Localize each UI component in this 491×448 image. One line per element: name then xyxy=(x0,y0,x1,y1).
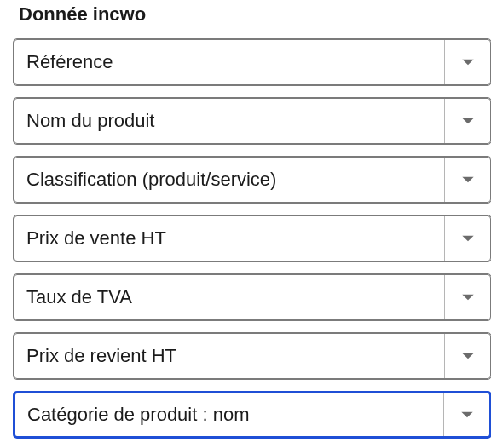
chevron-down-icon[interactable] xyxy=(444,275,490,319)
select-value: Référence xyxy=(14,51,444,73)
select-value: Classification (produit/service) xyxy=(14,169,444,191)
field-select[interactable]: Prix de vente HT xyxy=(14,215,491,261)
mapping-row: Référence xyxy=(14,37,491,87)
chevron-down-icon[interactable] xyxy=(444,99,490,143)
mapping-row: Catégorie de produit : nom xyxy=(14,390,491,439)
field-select[interactable]: Nom du produit xyxy=(14,98,491,144)
mapping-row: Prix de vente HT xyxy=(14,214,491,263)
mapping-row: Taux de TVA xyxy=(14,273,491,322)
mapping-row: Prix de revient HT xyxy=(14,331,491,381)
select-value: Prix de vente HT xyxy=(14,227,444,250)
select-value: Nom du produit xyxy=(14,110,444,132)
column-header: Donnée incwo xyxy=(19,3,491,26)
mapping-row: Classification (produit/service) xyxy=(14,155,491,204)
field-select[interactable]: Prix de revient HT xyxy=(14,333,491,379)
field-select[interactable]: Taux de TVA xyxy=(14,274,491,320)
select-value: Taux de TVA xyxy=(14,286,444,308)
field-select[interactable]: Catégorie de produit : nom xyxy=(14,392,491,438)
chevron-down-icon[interactable] xyxy=(444,40,490,84)
mapping-row: Nom du produit xyxy=(14,96,491,146)
chevron-down-icon[interactable] xyxy=(443,393,489,436)
field-select[interactable]: Référence xyxy=(14,39,491,85)
chevron-down-icon[interactable] xyxy=(444,158,490,202)
select-value: Catégorie de produit : nom xyxy=(15,404,443,426)
chevron-down-icon[interactable] xyxy=(444,216,490,261)
select-value: Prix de revient HT xyxy=(14,345,444,367)
field-select[interactable]: Classification (produit/service) xyxy=(14,157,491,203)
chevron-down-icon[interactable] xyxy=(444,334,490,378)
